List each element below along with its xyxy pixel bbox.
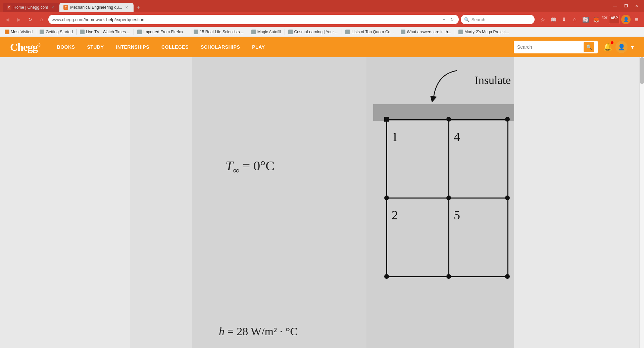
scrollbar[interactable] [639,57,644,348]
bookmark-label-scientists: 15 Real-Life Scientists ... [200,30,244,34]
node-2-mid-left [384,195,389,200]
bookmark-cosmolearning[interactable]: CosmoLearning | Your ... [286,29,341,35]
notification-badge [611,41,613,44]
insulated-label: Insulate [475,74,511,87]
chegg-nav: BOOKS STUDY INTERNSHIPS COLLEGES SCHOLAR… [51,37,514,57]
tab-label-home: Home | Chegg.com [13,5,48,10]
bookmark-label-live-tv: Live TV | Watch Times ... [86,30,131,34]
bookmark-separator-6 [285,29,285,35]
right-section: Insulate [366,57,514,348]
nav-books[interactable]: BOOKS [51,37,81,57]
bookmark-separator-7 [342,29,342,35]
bookmark-separator-8 [397,29,397,35]
chegg-search-input[interactable] [517,44,581,50]
chegg-search-container[interactable]: 🔍 [514,41,598,53]
chegg-logo[interactable]: Chegg® [10,41,41,53]
firefox-icon[interactable]: 🦊 [592,15,601,24]
bookmark-favicon-magic-autofill [251,30,256,34]
address-bar: ◀ ▶ ↻ ⌂ www.chegg.com/homework-help/expe… [0,12,644,27]
node-mid-far-right [505,195,510,200]
minimize-button[interactable]: — [610,3,620,9]
url-refresh-icon[interactable]: ↻ [449,16,455,23]
label-node-2: 2 [392,208,398,222]
notification-bell[interactable]: 🔔 [603,43,612,51]
bookmark-label-answers: What answers are in th... [407,30,451,34]
chegg-logo-text: Chegg [10,41,38,53]
bookmark-scientists[interactable]: 15 Real-Life Scientists ... [192,29,246,35]
tor-label[interactable]: tor [602,15,607,24]
node-4-top-right [446,117,451,122]
chegg-logo-sup: ® [38,43,41,48]
nav-colleges[interactable]: COLLEGES [155,37,195,57]
home-toolbar-icon[interactable]: ⌂ [570,15,580,24]
user-avatar[interactable]: 👤 [615,41,628,53]
menu-button[interactable]: ≡ [632,15,641,24]
profile-circle[interactable]: 👤 [621,15,631,24]
insulation-rect [373,104,514,121]
bookmark-separator-5 [248,29,248,35]
bookmark-live-tv[interactable]: Live TV | Watch Times ... [78,29,133,35]
refresh-button[interactable]: ↻ [26,15,35,24]
user-dropdown-arrow[interactable]: ▾ [631,43,634,51]
bookmark-answers[interactable]: What answers are in th... [399,29,453,35]
chrome-search-input[interactable]: Search [472,17,531,22]
main-content: T∞ = 0°C h = 28 W/m² · °C Insulate [0,57,644,348]
bookmark-label-martyr2: Martyr2's Mega Project... [464,30,509,34]
tab-close-home[interactable]: ✕ [50,5,55,10]
diagram-area: T∞ = 0°C h = 28 W/m² · °C Insulate [192,57,514,348]
bookmark-favicon-scientists [194,30,198,34]
forward-button[interactable]: ▶ [14,15,23,24]
bookmark-favicon-quora [345,30,350,34]
bookmark-quora[interactable]: Lists of Top Quora Co... [343,29,396,35]
bookmark-martyr2[interactable]: Martyr2's Mega Project... [456,29,511,35]
toolbar-icons: ☆ 📖 ⬇ ⌂ 🔄 🦊 tor ABP 👤 ≡ [538,15,641,24]
node-5-mid-right [446,195,451,200]
bookmark-favicon-answers [401,30,405,34]
bookmark-most-visited[interactable]: Most Visited [3,29,35,35]
home-button[interactable]: ⌂ [37,15,46,24]
bookmark-favicon-live-tv [80,30,85,34]
new-tab-button[interactable]: + [134,3,143,12]
url-path: /homework-help/expertquestion [84,17,144,22]
window-controls: — ❐ ✕ [610,3,641,9]
sync-icon[interactable]: 🔄 [581,15,590,24]
bookmark-getting-started[interactable]: Getting Started [38,29,75,35]
nav-play[interactable]: PLAY [246,37,271,57]
chrome-search-icon: 🔍 [464,17,469,22]
tab-home[interactable]: C Home | Chegg.com ✕ [3,3,59,12]
maximize-button[interactable]: ❐ [621,3,631,9]
bookmark-separator-2 [76,29,77,35]
bookmark-imported[interactable]: Imported From Firefox... [135,29,189,35]
close-button[interactable]: ✕ [632,3,641,9]
bookmark-favicon-most-visited [5,30,9,34]
bookmark-label-quora: Lists of Top Quora Co... [351,30,394,34]
bookmark-label-magic-autofill: Magic Autofill [257,30,281,34]
chrome-search-bar[interactable]: 🔍 Search [461,15,535,24]
chegg-search-button[interactable]: 🔍 [584,42,594,52]
star-icon[interactable]: ☆ [538,15,547,24]
url-dropdown-icon[interactable]: ▾ [441,16,447,23]
temperature-formula: T∞ = 0°C [226,158,275,176]
bookmark-label-cosmolearning: CosmoLearning | Your ... [294,30,339,34]
title-bar: C Home | Chegg.com ✕ C Mechanical Engine… [0,0,644,12]
bookmarks-bar: Most Visited Getting Started Live TV | W… [0,27,644,37]
label-node-5: 5 [454,208,460,222]
nav-internships[interactable]: INTERNSHIPS [110,37,155,57]
url-bar[interactable]: www.chegg.com/homework-help/expertquesti… [48,15,459,24]
download-icon[interactable]: ⬇ [559,15,569,24]
label-node-4: 4 [454,129,460,144]
abp-badge[interactable]: ABP [609,15,620,24]
bookmark-label-getting-started: Getting Started [46,30,73,34]
bookmark-magic-autofill[interactable]: Magic Autofill [249,29,283,35]
tab-close-active[interactable]: ✕ [124,5,130,10]
scrollbar-thumb[interactable] [640,57,644,84]
nav-study[interactable]: STUDY [81,37,110,57]
url-base: www.chegg.com [52,17,84,22]
bookmark-favicon-getting-started [40,30,44,34]
tab-active[interactable]: C Mechanical Engineering qu... ✕ [59,3,134,12]
bookmark-separator-9 [455,29,455,35]
nav-scholarships[interactable]: SCHOLARSHIPS [195,37,246,57]
back-button[interactable]: ◀ [3,15,12,24]
node-1-top-left [384,117,389,122]
reading-list-icon[interactable]: 📖 [549,15,558,24]
